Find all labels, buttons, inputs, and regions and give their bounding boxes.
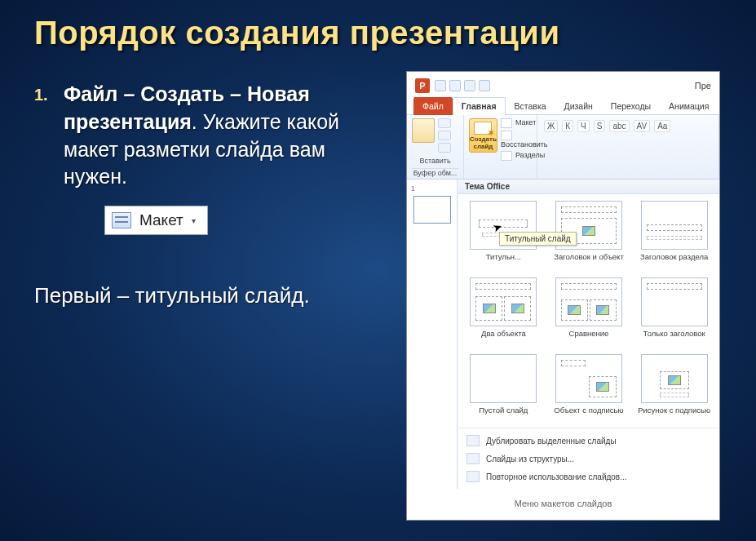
menu-reuse-slides[interactable]: Повторное использование слайдов... [458,468,719,486]
panel-caption: Меню макетов слайдов [407,499,719,508]
layout-label: Заголовок раздела [640,253,708,269]
layout-section-header[interactable] [641,201,708,250]
step-text: Файл – Создать – Новая презентация. Укаж… [64,81,387,191]
layout-button-snippet: Макет ▾ [104,206,208,235]
chevron-down-icon: ▾ [192,216,196,225]
tab-animation[interactable]: Анимация [660,97,718,115]
cut-icon[interactable] [438,118,451,128]
layout-two-content[interactable] [470,277,537,326]
step-number: 1. [34,81,52,191]
tab-file[interactable]: Файл [413,97,453,115]
layout-label: Только заголовок [643,330,705,346]
paste-label: Вставить [412,157,458,165]
duplicate-icon [466,435,480,446]
layout-label: Пустой слайд [479,406,528,423]
layout-label: Макет [139,211,183,229]
note-text: Первый – титульный слайд. [34,282,387,310]
layout-comparison[interactable] [555,277,622,326]
gallery-header: Тема Office [458,180,719,194]
slide-title: Порядок создания презентации [34,15,722,51]
menu-label: Дублировать выделенные слайды [486,437,617,446]
layout-title-only[interactable] [641,277,708,326]
layout-blank[interactable] [470,354,537,403]
menu-slides-from-outline[interactable]: Слайды из структуры... [458,450,719,468]
new-slide-button[interactable]: Создать слайд [469,118,497,153]
powerpoint-logo-icon: P [415,78,430,93]
shadow-button[interactable]: S [594,120,606,132]
slide-thumbnail[interactable] [413,196,451,224]
layout-label: Сравнение [569,330,609,346]
italic-button[interactable]: К [562,120,573,132]
outline-icon [466,453,480,464]
image-icon [568,305,581,315]
image-icon [596,305,609,315]
tab-home[interactable]: Главная [453,97,506,115]
window-title-fragment: Пре [695,81,711,91]
image-icon [668,375,681,385]
layout-label: Титульн... [486,253,521,269]
step-1: 1. Файл – Создать – Новая презентация. У… [34,81,387,191]
new-slide-icon [474,122,492,135]
layout-label: Объект с подписью [554,406,623,423]
image-icon [511,304,524,313]
bold-button[interactable]: Ж [544,120,558,132]
layout-label: Два объекта [481,330,526,346]
reuse-icon [466,471,480,482]
copy-icon[interactable] [438,131,451,140]
layout-icon [112,212,131,228]
quick-access-toolbar [435,80,490,91]
slide-nav: 1 [407,180,458,489]
ribbon-slides-group: Создать слайд Макет Восстановить Разделы [464,115,537,179]
spacing-button[interactable]: AV [634,120,651,132]
image-icon [596,382,609,392]
layout-label: Заголовок и объект [554,253,624,269]
menu-label: Повторное использование слайдов... [486,472,627,481]
layout-content-caption[interactable] [555,354,622,403]
tab-insert[interactable]: Вставка [506,97,555,115]
paste-button[interactable] [412,118,435,143]
menu-duplicate-slides[interactable]: Дублировать выделенные слайды [458,432,719,450]
powerpoint-screenshot: P Пре Файл Главная Вставка Дизайн Перехо… [406,71,720,521]
image-icon [483,304,496,313]
clipboard-group-label: Буфер обм... [412,168,458,177]
strike-button[interactable]: abc [609,120,629,132]
tooltip: Титульный слайд [499,232,577,246]
image-icon [582,226,595,236]
ribbon-clipboard-group: Вставить Буфер обм... [407,115,464,179]
tab-transitions[interactable]: Переходы [602,97,660,115]
slide-number: 1 [411,184,415,193]
menu-label: Слайды из структуры... [486,455,574,463]
format-painter-icon[interactable] [438,143,451,153]
case-button[interactable]: Aa [654,120,670,132]
new-slide-label: Создать слайд [470,136,497,150]
layout-picture-caption[interactable] [641,354,708,403]
tab-design[interactable]: Дизайн [555,97,602,115]
layout-label: Рисунок с подписью [638,406,710,423]
ribbon-font-group: Ж К Ч S abc AV Aa [537,115,719,179]
underline-button[interactable]: Ч [577,120,590,132]
